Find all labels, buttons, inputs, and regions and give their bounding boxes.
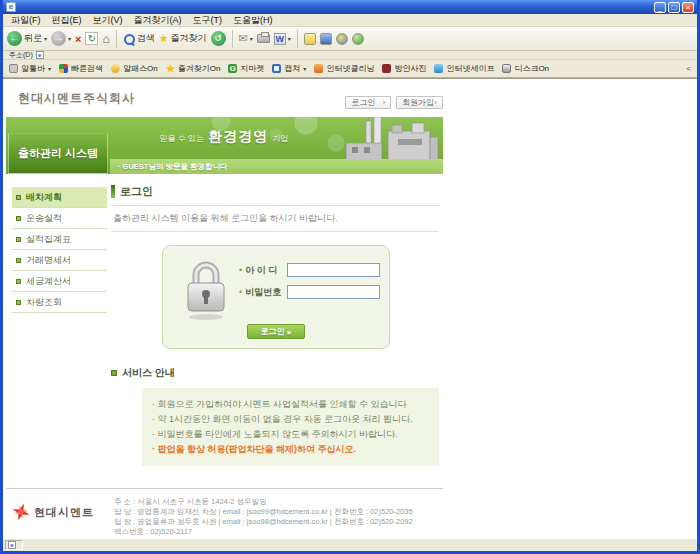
sidebar-item-results-summary[interactable]: 실적집계표 (12, 229, 107, 250)
notice-title-text: 서비스 안내 (122, 366, 175, 380)
system-title: 출하관리 시스템 (8, 133, 108, 174)
sidebar-item-label: 운송실적 (26, 212, 62, 225)
link-capture[interactable]: 캡쳐▾ (272, 63, 306, 74)
sidebar-item-dispatch-plan[interactable]: 배차계획 (12, 187, 107, 208)
history-button[interactable]: ↺ (211, 31, 226, 46)
footer-address: 주 소 : 서울시 서초구 서초동 1424-2 성우빌딩 (114, 497, 413, 507)
id-input[interactable] (287, 263, 380, 277)
edit-with-word-button[interactable]: W ▾ (274, 33, 291, 45)
link-favorites-on[interactable]: 즐겨찾기On (166, 63, 221, 74)
square-bullet-icon (16, 279, 21, 284)
menu-view[interactable]: 보기(V) (93, 14, 123, 27)
mail-button[interactable]: ✉ ▾ (239, 32, 253, 45)
hyundai-cement-logo-icon (12, 503, 30, 521)
menu-edit[interactable]: 편집(E) (52, 14, 82, 27)
header-login-button[interactable]: 로그인 › (345, 96, 391, 109)
close-button[interactable]: × (682, 2, 694, 13)
link-photo[interactable]: 방안사진 (382, 63, 426, 74)
divider (111, 231, 439, 232)
link-altoolbar[interactable]: 알툴바▾ (9, 63, 51, 74)
links-bar: 알툴바▾ 빠른검색 알패스On 즐겨찾기On G지마켓 캡쳐▾ 인터넷클리닝 방… (3, 60, 697, 78)
status-ie-icon: e (8, 541, 16, 549)
menu-file[interactable]: 파일(F) (11, 14, 41, 27)
sidebar-item-transaction-statement[interactable]: 거래명세서 (12, 250, 107, 271)
search-button[interactable]: 검색 (123, 32, 155, 45)
sidebar-item-vehicle-inquiry[interactable]: 차량조회 (12, 292, 107, 313)
header-join-label: 회원가입 (402, 97, 434, 108)
sidebar-menu: 배차계획 운송실적 실적집계표 거래명세서 세금계산서 차량조회 (6, 174, 107, 488)
slogan-emphasis: 환경경영 (208, 128, 268, 144)
slogan-prefix: 믿을 수 있는 (160, 134, 204, 143)
refresh-button[interactable]: ↻ (85, 32, 98, 45)
id-label: 아 이 디 (245, 264, 287, 277)
link-disk-on[interactable]: 디스크On (502, 63, 549, 74)
login-submit-button[interactable]: 로그인 ▶ (247, 324, 305, 339)
browser-toolbar: ← 뒤로 ▾ → ▾ × ↻ ⌂ 검색 ★ 즐겨찾기 ↺ ✉ ▾ W ▾ (3, 27, 697, 51)
menu-tools[interactable]: 도구(T) (193, 14, 223, 27)
addon-badge-icon[interactable] (320, 33, 332, 45)
altoolbar-dropdown-icon[interactable]: ▾ (48, 65, 51, 72)
header-login-label: 로그인 (351, 97, 375, 108)
print-button[interactable] (257, 34, 270, 43)
back-dropdown-icon[interactable]: ▾ (44, 35, 47, 42)
title-bar: e _ □ × (3, 0, 697, 14)
menu-favorites[interactable]: 즐겨찾기(A) (134, 14, 182, 27)
menu-help[interactable]: 도움말(H) (233, 14, 273, 27)
field-bullet-icon: • (239, 287, 242, 297)
capture-icon (272, 64, 281, 73)
lock-icon (183, 256, 229, 322)
mail-icon: ✉ (239, 32, 248, 45)
address-page-icon: e (36, 51, 44, 59)
address-label: 주소(D) (9, 51, 33, 60)
link-gmarket[interactable]: G지마켓 (228, 63, 264, 74)
password-input[interactable] (287, 285, 380, 299)
minimize-button[interactable]: _ (654, 2, 666, 13)
word-icon: W (274, 33, 286, 45)
title-bar-icon (111, 185, 115, 198)
home-button[interactable]: ⌂ (102, 32, 109, 46)
link-quicksearch[interactable]: 빠른검색 (59, 63, 103, 74)
link-internet-cleaning[interactable]: 인터넷클리닝 (314, 63, 374, 74)
capture-dropdown-icon[interactable]: ▾ (303, 65, 306, 72)
maximize-button[interactable]: □ (668, 2, 680, 13)
link-alpass[interactable]: 알패스On (111, 63, 158, 74)
field-bullet-icon: • (239, 265, 242, 275)
links-overflow-chevron[interactable]: < (686, 64, 691, 73)
page-viewport: 현대시멘트주식회사 로그인 › 회원가입 › (3, 78, 697, 538)
sidebar-item-transport-results[interactable]: 운송실적 (12, 208, 107, 229)
word-dropdown-icon[interactable]: ▾ (288, 35, 291, 42)
link-label: 지마켓 (240, 63, 264, 74)
login-title-text: 로그인 (120, 184, 153, 199)
stop-button[interactable]: × (75, 33, 81, 45)
login-description: 출하관리 시스템 이용을 위해 로그인을 하시기 바랍니다. (111, 212, 439, 225)
link-internet-safe[interactable]: 인터넷세이프 (434, 63, 494, 74)
mail-dropdown-icon[interactable]: ▾ (250, 35, 253, 42)
link-label: 방안사진 (394, 63, 426, 74)
banner: 출하관리 시스템 믿을 수 있는 환경경영 기업 · GUEST님의 방문을 환… (6, 117, 443, 174)
square-bullet-icon (16, 258, 21, 263)
square-bullet-icon (16, 195, 21, 200)
forward-icon: → (51, 31, 66, 46)
divider (111, 205, 439, 206)
square-bullet-icon (16, 300, 21, 305)
favorites-button[interactable]: ★ 즐겨찾기 (159, 32, 207, 45)
forward-button[interactable]: → ▾ (51, 31, 71, 46)
notes-addon-icon[interactable] (304, 33, 316, 45)
back-icon: ← (7, 31, 22, 46)
footer-contact-1: 담 당 : 영업통계과 임재선 차장 | email : jsoo99@hdce… (114, 507, 413, 517)
back-button[interactable]: ← 뒤로 ▾ (7, 31, 47, 46)
site: 현대시멘트주식회사 로그인 › 회원가입 › (6, 79, 443, 538)
login-box: • 아 이 디 • 비밀번호 로그인 (162, 245, 390, 349)
link-label: 캡쳐 (284, 63, 300, 74)
messenger-icon[interactable] (352, 33, 364, 45)
login-section-title: 로그인 (111, 184, 439, 199)
header-join-button[interactable]: 회원가입 › (396, 96, 443, 109)
toolbar-separator (116, 30, 117, 48)
login-fields: • 아 이 디 • 비밀번호 (239, 263, 380, 307)
sidebar-item-label: 배차계획 (26, 191, 62, 204)
forward-dropdown-icon[interactable]: ▾ (68, 35, 71, 42)
back-label: 뒤로 (24, 32, 42, 45)
sidebar-item-tax-invoice[interactable]: 세금계산서 (12, 271, 107, 292)
link-label: 인터넷클리닝 (326, 63, 374, 74)
addon-globe-icon[interactable] (336, 33, 348, 45)
